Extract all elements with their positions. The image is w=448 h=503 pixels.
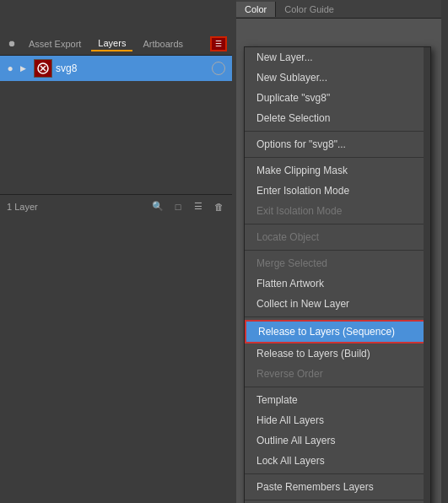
menu-item-exit-isolation: Exit Isolation Mode xyxy=(245,201,430,221)
menu-separator-after-delete-selection xyxy=(245,131,430,132)
expand-arrow-icon[interactable]: ▶ xyxy=(20,63,30,73)
layer-target-indicator[interactable] xyxy=(212,62,225,75)
color-panel-header: Color Color Guide xyxy=(236,0,448,19)
panel-footer: 1 Layer 🔍 □ ☰ 🗑 xyxy=(0,194,232,218)
menu-item-reverse-order: Reverse Order xyxy=(245,364,430,384)
menu-item-release-build[interactable]: Release to Layers (Build) xyxy=(245,343,430,364)
visibility-icon[interactable]: ● xyxy=(3,62,17,75)
menu-item-new-layer[interactable]: New Layer... xyxy=(245,47,430,68)
menu-item-flatten-artwork[interactable]: Flatten Artwork xyxy=(245,273,430,294)
menu-item-merge-selected: Merge Selected xyxy=(245,253,430,273)
add-layer-icon[interactable]: □ xyxy=(171,200,185,214)
layer-count-label: 1 Layer xyxy=(7,202,144,212)
menu-scrollbar[interactable] xyxy=(424,47,430,503)
tab-layers[interactable]: Layers xyxy=(91,36,132,51)
layer-row[interactable]: ● ▶ svg8 xyxy=(0,56,232,81)
menu-separator-after-exit-isolation xyxy=(245,224,430,224)
menu-separator-after-options xyxy=(245,157,430,158)
menu-item-paste-remembers[interactable]: Paste Remembers Layers xyxy=(245,477,430,497)
panel-menu-button[interactable]: ☰ xyxy=(210,36,227,51)
menu-item-options[interactable]: Options for "svg8"... xyxy=(245,134,430,154)
tab-artboards[interactable]: Artboards xyxy=(136,37,190,51)
menu-item-locate-object: Locate Object xyxy=(245,227,430,247)
search-icon[interactable]: 🔍 xyxy=(151,200,165,214)
menu-item-collect-new-layer[interactable]: Collect in New Layer xyxy=(245,294,430,314)
menu-item-outline-all[interactable]: Outline All Layers xyxy=(245,430,430,451)
layer-thumbnail xyxy=(34,59,52,78)
tab-asset-export[interactable]: Asset Export xyxy=(22,37,88,51)
tab-color-guide[interactable]: Color Guide xyxy=(276,2,343,17)
menu-separator-after-collect-new-layer xyxy=(245,316,430,317)
menu-item-enter-isolation[interactable]: Enter Isolation Mode xyxy=(245,181,430,201)
context-menu: New Layer...New Sublayer...Duplicate "sv… xyxy=(244,46,431,503)
layers-panel: ⏺ Asset Export Layers Artboards ☰ ● ▶ sv… xyxy=(0,32,232,218)
panel-header: ⏺ Asset Export Layers Artboards ☰ xyxy=(0,32,232,56)
delete-layer-icon[interactable]: 🗑 xyxy=(212,200,225,214)
tab-color[interactable]: Color xyxy=(236,2,276,17)
menu-item-new-sublayer[interactable]: New Sublayer... xyxy=(245,68,430,88)
layer-name-label: svg8 xyxy=(56,62,208,74)
menu-item-delete-selection[interactable]: Delete Selection xyxy=(245,108,430,128)
menu-item-template[interactable]: Template xyxy=(245,390,430,410)
menu-separator-after-reverse-order xyxy=(245,387,430,387)
collapse-button[interactable]: ⏺ xyxy=(5,37,19,51)
main-scrollbar[interactable] xyxy=(441,0,448,503)
menu-separator-after-lock-all xyxy=(245,473,430,474)
menu-item-make-clipping[interactable]: Make Clipping Mask xyxy=(245,160,430,181)
menu-separator-after-locate-object xyxy=(245,250,430,251)
menu-item-hide-all[interactable]: Hide All Layers xyxy=(245,410,430,430)
layer-options-icon[interactable]: ☰ xyxy=(192,200,205,214)
menu-item-lock-all[interactable]: Lock All Layers xyxy=(245,451,430,471)
menu-item-duplicate[interactable]: Duplicate "svg8" xyxy=(245,88,430,108)
menu-item-release-sequence[interactable]: Release to Layers (Sequence) xyxy=(245,320,430,343)
menu-separator-after-paste-remembers xyxy=(245,500,430,500)
